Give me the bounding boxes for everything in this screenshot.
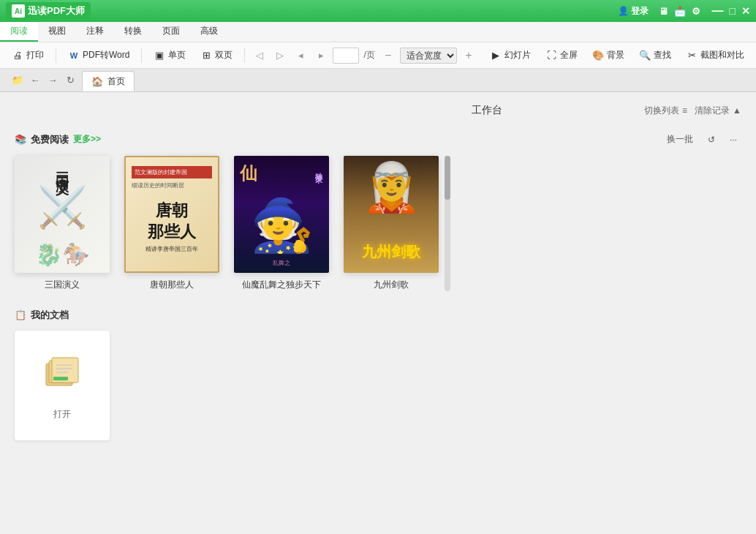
switch-view-btn[interactable]: 切换列表 ≡ <box>644 105 687 117</box>
logo-icon: Ai <box>12 4 25 18</box>
free-reading-title: 📚 免费阅读 更多>> <box>15 133 101 146</box>
menu-item-read[interactable]: 阅读 <box>0 22 38 42</box>
book-title-sanguo: 三国演义 <box>45 279 80 291</box>
page-input[interactable] <box>333 48 359 64</box>
scrollbar-thumb[interactable] <box>445 156 450 200</box>
account-icon: 👤 <box>618 6 629 16</box>
double-page-icon: ⊞ <box>200 50 212 61</box>
app-logo[interactable]: Ai 迅读PDF大师 <box>6 2 91 20</box>
refresh-batch-btn[interactable]: 换一批 <box>662 132 698 147</box>
main-content: 工作台 切换列表 ≡ 清除记录 ▲ 📚 免费阅读 更多>> 换一批 ↺ ··· <box>0 92 756 534</box>
book-title-xianmo: 仙魔乱舞之独步天下 <box>242 279 321 291</box>
workspace-title: 工作台 <box>330 104 645 117</box>
menu-item-page[interactable]: 页面 <box>152 22 190 42</box>
title-bar: Ai 迅读PDF大师 👤 登录 🖥 📩 ⚙ — □ ✕ <box>0 0 756 22</box>
book-item-xianmo[interactable]: 仙 🧙 独步天下 乱舞之 仙魔乱舞之独步天下 <box>234 156 329 291</box>
tab-bar: 📁 ← → ↻ 🏠 首页 <box>0 69 756 92</box>
login-label: 登录 <box>631 5 649 18</box>
more-btn[interactable]: 更多>> <box>73 133 101 146</box>
tang-main-title: 唐朝那些人 <box>148 200 196 242</box>
close-btn[interactable]: ✕ <box>741 5 750 17</box>
print-icon: 🖨 <box>12 50 23 61</box>
single-page-button[interactable]: ▣ 单页 <box>148 47 192 64</box>
book-item-sanguo[interactable]: 三国演义 ⚔️ 🐉🏇 三国演义 <box>15 156 110 291</box>
account-login-btn[interactable]: 👤 登录 <box>613 4 653 19</box>
zoom-select[interactable]: 适合宽度 75% 100% 125% 150% <box>400 48 457 64</box>
book-title-jiuzhou: 九州剑歌 <box>374 279 409 291</box>
screen-icon[interactable]: 🖥 <box>659 6 668 17</box>
crop-icon: ✂ <box>686 50 698 61</box>
tang-banner: 范文澜版的封建帝国 <box>132 166 212 178</box>
home-tab[interactable]: 🏠 首页 <box>82 71 135 91</box>
books-scrollbar[interactable] <box>445 156 450 291</box>
refresh-tab-btn[interactable]: ↻ <box>63 72 78 87</box>
jiu-main-title: 九州剑歌 <box>344 242 439 262</box>
restore-btn[interactable]: □ <box>730 5 736 17</box>
doc-section-icon: 📋 <box>15 309 26 320</box>
open-file-item[interactable]: 打开 <box>15 331 110 440</box>
more-options-btn[interactable]: ··· <box>725 133 741 146</box>
zoom-in-button[interactable]: + <box>460 47 477 64</box>
menu-item-annotate[interactable]: 注释 <box>76 22 114 42</box>
menu-item-view[interactable]: 视图 <box>38 22 76 42</box>
book-title-tangchao: 唐朝那些人 <box>150 279 194 291</box>
book-tangchao-art: 范文澜版的封建帝国 细读历史的时间断层 唐朝那些人 精讲李唐帝国三百年 <box>124 156 219 273</box>
search-button[interactable]: 🔍 查找 <box>633 47 677 64</box>
clear-records-btn[interactable]: 清除记录 ▲ <box>695 105 741 117</box>
home-icon: 🏠 <box>91 76 103 87</box>
single-page-icon: ▣ <box>154 50 165 61</box>
slideshow-button[interactable]: ▶ 幻灯片 <box>484 47 537 64</box>
title-right-area: 👤 登录 🖥 📩 ⚙ — □ ✕ <box>613 4 750 19</box>
pdf-to-word-button[interactable]: W PDF转Word <box>62 47 135 64</box>
books-scroll-area: 三国演义 ⚔️ 🐉🏇 三国演义 范文澜版的封建帝国 <box>15 156 741 291</box>
page-next-button[interactable]: ▸ <box>312 47 330 64</box>
gear-icon[interactable]: ⚙ <box>692 6 700 17</box>
print-button[interactable]: 🖨 打印 <box>6 47 50 64</box>
free-reading-header: 📚 免费阅读 更多>> 换一批 ↺ ··· <box>15 132 741 147</box>
book-sanguo-art: 三国演义 ⚔️ 🐉🏇 <box>15 156 110 273</box>
app-title: 迅读PDF大师 <box>28 4 85 18</box>
crop-button[interactable]: ✂ 截图和对比 <box>680 47 750 64</box>
book-cover-xianmo: 仙 🧙 独步天下 乱舞之 <box>234 156 329 273</box>
doc-stack-svg <box>40 350 84 394</box>
book-item-tangchao[interactable]: 范文澜版的封建帝国 细读历史的时间断层 唐朝那些人 精讲李唐帝国三百年 唐朝那些… <box>124 156 219 291</box>
refresh-icon[interactable]: ↺ <box>703 133 719 146</box>
book-item-jiuzhou[interactable]: 🧝 九州剑歌 九州剑歌 <box>344 156 439 291</box>
background-icon: 🎨 <box>592 50 604 61</box>
page-prev-button[interactable]: ◂ <box>292 47 309 64</box>
open-doc-icon <box>40 350 84 402</box>
section-right: 换一批 ↺ ··· <box>662 132 741 147</box>
folder-btn[interactable]: 📁 <box>10 72 25 87</box>
svg-rect-6 <box>53 377 68 380</box>
jiu-figure: 🧝 <box>362 159 421 215</box>
workspace-actions: 切换列表 ≡ 清除记录 ▲ <box>644 105 741 117</box>
minimize-btn[interactable]: — <box>712 4 724 18</box>
toolbar-sep-2 <box>141 48 142 63</box>
settings-icon[interactable]: 📩 <box>674 6 686 17</box>
nav-forward-button[interactable]: ▷ <box>271 47 289 64</box>
menu-item-convert[interactable]: 转换 <box>114 22 152 42</box>
word-icon: W <box>68 50 80 61</box>
double-page-button[interactable]: ⊞ 双页 <box>194 47 238 64</box>
nav-back-button[interactable]: ◁ <box>251 47 268 64</box>
background-button[interactable]: 🎨 背景 <box>586 47 630 64</box>
search-icon: 🔍 <box>639 50 651 61</box>
my-documents-section: 📋 我的文档 打开 <box>15 309 741 440</box>
my-docs-title: 📋 我的文档 <box>15 309 69 322</box>
slideshow-icon: ▶ <box>490 50 502 61</box>
menu-item-advanced[interactable]: 高级 <box>190 22 228 42</box>
xian-bottom-text: 乱舞之 <box>234 259 329 267</box>
sanguo-title-art: 三国演义 <box>53 162 71 173</box>
xian-figure: 🧙 <box>250 195 314 255</box>
my-docs-grid: 打开 <box>15 331 741 440</box>
tab-quick-buttons: 📁 ← → ↻ <box>6 68 82 91</box>
back-btn[interactable]: ← <box>28 72 42 87</box>
fullscreen-button[interactable]: ⛶ 全屏 <box>540 47 583 64</box>
books-grid: 三国演义 ⚔️ 🐉🏇 三国演义 范文澜版的封建帝国 <box>15 156 439 291</box>
toolbar-sep-1 <box>56 48 56 63</box>
forward-btn[interactable]: → <box>45 72 60 87</box>
zoom-out-button[interactable]: − <box>379 47 397 64</box>
home-tab-label: 首页 <box>107 75 125 88</box>
my-docs-header: 📋 我的文档 <box>15 309 741 322</box>
xian-char: 仙 <box>240 162 257 185</box>
